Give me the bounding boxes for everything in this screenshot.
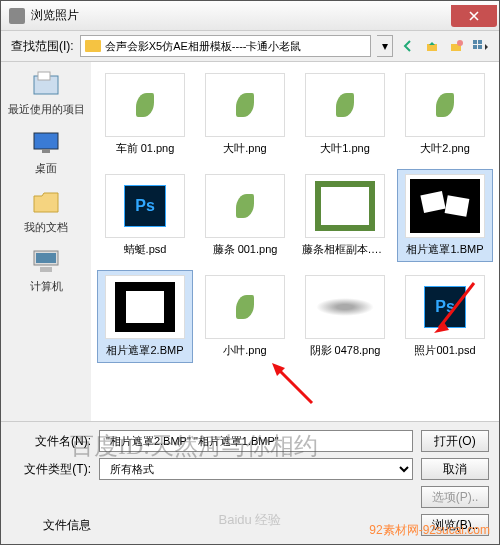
annotation-arrow-2 (267, 358, 317, 408)
options-button[interactable]: 选项(P).. (421, 486, 489, 508)
svg-rect-0 (427, 44, 437, 51)
file-name-label: 蜻蜓.psd (124, 242, 167, 257)
file-thumbnail (205, 275, 285, 339)
path-text: 会声会影X5仿AE相册模板----卡通小老鼠 (105, 39, 302, 54)
file-item[interactable]: 小叶.png (197, 270, 293, 363)
filename-input[interactable] (99, 430, 413, 452)
path-toolbar: 查找范围(I): 会声会影X5仿AE相册模板----卡通小老鼠 ▾ (1, 31, 499, 61)
svg-rect-3 (473, 40, 477, 44)
fileinfo-label: 文件信息 (11, 517, 91, 534)
watermark-center: Baidu 经验 (219, 511, 282, 529)
sidebar-item-label: 桌面 (35, 161, 57, 176)
file-thumbnail (305, 73, 385, 137)
file-name-label: 相片遮罩1.BMP (406, 242, 483, 257)
file-item[interactable]: 大叶2.png (397, 68, 493, 161)
sidebar-item-recent[interactable]: 最近使用的项目 (8, 70, 85, 117)
svg-rect-6 (478, 45, 482, 49)
file-item[interactable]: 藤条相框副本.png (297, 169, 393, 262)
file-thumbnail (105, 73, 185, 137)
file-name-label: 小叶.png (223, 343, 266, 358)
desktop-icon (30, 129, 62, 157)
computer-icon (30, 247, 62, 275)
new-folder-icon[interactable] (447, 37, 465, 55)
svg-rect-8 (38, 72, 50, 80)
file-name-label: 大叶1.png (320, 141, 370, 156)
file-item[interactable]: 相片遮罩2.BMP (97, 270, 193, 363)
sidebar-item-documents[interactable]: 我的文档 (24, 188, 68, 235)
filetype-label: 文件类型(T): (11, 461, 91, 478)
window-title: 浏览照片 (31, 7, 451, 24)
titlebar: 浏览照片 (1, 1, 499, 31)
folder-icon (85, 40, 101, 52)
path-dropdown[interactable]: 会声会影X5仿AE相册模板----卡通小老鼠 (80, 35, 371, 57)
file-name-label: 车前 01.png (116, 141, 175, 156)
file-thumbnail (305, 174, 385, 238)
file-list-area[interactable]: 车前 01.png大叶.png大叶1.png大叶2.pngPs蜻蜓.psd藤条 … (91, 62, 499, 421)
svg-rect-5 (473, 45, 477, 49)
sidebar-item-computer[interactable]: 计算机 (30, 247, 63, 294)
file-name-label: 藤条相框副本.png (302, 242, 388, 257)
recent-icon (30, 70, 62, 98)
file-thumbnail (305, 275, 385, 339)
close-icon (469, 11, 479, 21)
documents-icon (30, 188, 62, 216)
file-thumbnail: Ps (105, 174, 185, 238)
svg-rect-13 (40, 267, 52, 272)
close-button[interactable] (451, 5, 497, 27)
filename-label: 文件名(N): (11, 433, 91, 450)
file-thumbnail: Ps (405, 275, 485, 339)
file-thumbnail (105, 275, 185, 339)
file-item[interactable]: 大叶1.png (297, 68, 393, 161)
svg-rect-4 (478, 40, 482, 44)
view-menu-icon[interactable] (471, 37, 489, 55)
file-name-label: 大叶2.png (420, 141, 470, 156)
file-name-label: 阴影 0478.png (310, 343, 381, 358)
file-name-label: 藤条 001.png (213, 242, 278, 257)
file-item[interactable]: Ps蜻蜓.psd (97, 169, 193, 262)
main-area: 最近使用的项目 桌面 我的文档 计算机 车前 01.png大叶.png大叶1.p… (1, 61, 499, 421)
back-icon[interactable] (399, 37, 417, 55)
dialog-window: 浏览照片 查找范围(I): 会声会影X5仿AE相册模板----卡通小老鼠 ▾ 最… (0, 0, 500, 545)
file-item[interactable]: Ps照片001.psd (397, 270, 493, 363)
sidebar-item-label: 计算机 (30, 279, 63, 294)
watermark-footer: 92素材网-92sucai.com (369, 522, 490, 539)
svg-rect-9 (34, 133, 58, 149)
file-thumbnail (205, 73, 285, 137)
svg-rect-10 (42, 149, 50, 153)
file-name-label: 照片001.psd (414, 343, 475, 358)
file-item[interactable]: 藤条 001.png (197, 169, 293, 262)
file-item[interactable]: 阴影 0478.png (297, 270, 393, 363)
open-button[interactable]: 打开(O) (421, 430, 489, 452)
filetype-select[interactable]: 所有格式 (99, 458, 413, 480)
path-dropdown-arrow[interactable]: ▾ (377, 35, 393, 57)
file-name-label: 相片遮罩2.BMP (106, 343, 183, 358)
toolbar-icons (399, 37, 489, 55)
app-icon (9, 8, 25, 24)
svg-rect-12 (36, 253, 56, 263)
sidebar-item-label: 我的文档 (24, 220, 68, 235)
file-thumbnail (405, 174, 485, 238)
places-sidebar: 最近使用的项目 桌面 我的文档 计算机 (1, 62, 91, 421)
range-label: 查找范围(I): (11, 38, 74, 55)
file-item[interactable]: 车前 01.png (97, 68, 193, 161)
file-thumbnail (405, 73, 485, 137)
file-item[interactable]: 大叶.png (197, 68, 293, 161)
sidebar-item-desktop[interactable]: 桌面 (30, 129, 62, 176)
file-item[interactable]: 相片遮罩1.BMP (397, 169, 493, 262)
svg-point-2 (457, 40, 463, 46)
sidebar-item-label: 最近使用的项目 (8, 102, 85, 117)
file-thumbnail (205, 174, 285, 238)
file-name-label: 大叶.png (223, 141, 266, 156)
cancel-button[interactable]: 取消 (421, 458, 489, 480)
up-folder-icon[interactable] (423, 37, 441, 55)
